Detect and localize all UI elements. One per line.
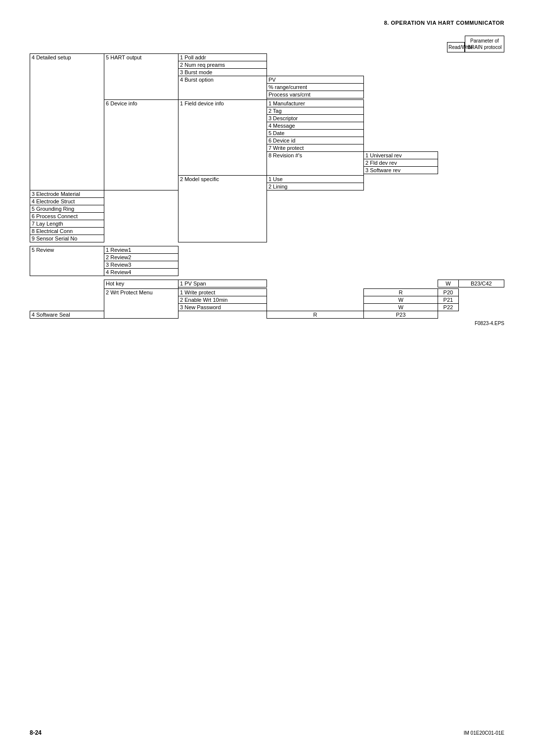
doc-number: IM 01E20C01-01E — [464, 730, 504, 736]
table-row: 7 Lay Length — [30, 220, 504, 227]
level4-process-vars: Process vars/crnt — [267, 91, 363, 98]
level4-enable-wrt: 2 Enable Wrt 10min — [178, 296, 267, 303]
level4-write-protect: 7 Write protect — [267, 144, 363, 152]
level3-wrt-protect-menu: 2 Wrt Protect Menu — [104, 288, 178, 318]
level4-message: 4 Message — [267, 122, 363, 130]
level4-electrode-struct: 4 Electrode Struct — [30, 197, 104, 205]
level4-revision-numbers: 8 Revision #'s — [267, 152, 363, 176]
level4-grounding-ring: 5 Grounding Ring — [30, 205, 104, 212]
param-header: Parameter of BRAIN protocol — [465, 36, 504, 52]
wrt-rw-0: R — [364, 288, 438, 296]
level4-date: 5 Date — [267, 130, 363, 137]
wrt-rw-1: W — [364, 296, 438, 303]
level3-pv-span: 1 PV Span — [178, 280, 267, 287]
table-row-hotkey: Hot key 1 PV Span W B23/C42 — [30, 280, 504, 287]
wrt-param-3: P23 — [364, 311, 438, 318]
level4-new-password: 3 New Password — [178, 303, 267, 311]
page-header: 8. OPERATION VIA HART COMMUNICATOR — [30, 20, 504, 26]
level4-sensor-serial-no: 9 Sensor Serial No — [30, 235, 104, 242]
level4-electrode-material: 3 Electrode Material — [30, 190, 104, 197]
page-number: 8-24 — [30, 729, 42, 736]
level4-electrical-conn: 8 Electrical Conn — [30, 227, 104, 235]
rw-header: Read/Write — [447, 42, 465, 52]
level4-write-protect-item: 1 Write protect — [178, 288, 267, 296]
page: 8. OPERATION VIA HART COMMUNICATOR Read/… — [0, 0, 534, 756]
level4-percent-range: % range/current — [267, 84, 363, 91]
level3-poll-addr: 1 Poll addr — [178, 54, 267, 61]
wrt-rw-2: W — [364, 303, 438, 311]
pv-span-rw: W — [438, 280, 459, 287]
table-row: 5 Grounding Ring — [30, 205, 504, 212]
table-row: 9 Sensor Serial No — [30, 235, 504, 242]
level2-review1: 1 Review1 — [104, 246, 178, 253]
level4-device-id: 6 Device id — [267, 137, 363, 144]
wrt-param-1: P21 — [438, 296, 459, 303]
level2-hotkey: Hot key — [104, 280, 178, 288]
level4-lay-length: 7 Lay Length — [30, 220, 104, 227]
wrt-rw-3: R — [267, 311, 363, 318]
table-row: 4 Detailed setup 5 HART output 1 Poll ad… — [30, 54, 504, 61]
level4-tag: 2 Tag — [267, 107, 363, 115]
spacer-row — [30, 242, 504, 246]
main-structure-table: 4 Detailed setup 5 HART output 1 Poll ad… — [30, 53, 504, 319]
level4-descriptor: 3 Descriptor — [267, 115, 363, 122]
wrt-param-0: P20 — [438, 288, 459, 296]
level1-detailed-setup: 4 Detailed setup — [30, 54, 104, 190]
wrt-param-2: P22 — [438, 303, 459, 311]
level2-review4: 4 Review4 — [104, 268, 178, 276]
level2-review3: 3 Review3 — [104, 261, 178, 268]
table-row: 3 Electrode Material — [30, 190, 504, 197]
level4-process-connect: 6 Process Connect — [30, 212, 104, 220]
level4-lining: 2 Lining — [267, 183, 363, 190]
level3-field-device-info: 1 Field device info — [178, 100, 267, 176]
level3-model-specific: 2 Model specific — [178, 175, 267, 242]
level2-hart-output: 5 HART output — [104, 54, 178, 100]
figure-label: F0823-4.EPS — [30, 321, 504, 326]
level4-software-seal: 4 Software Seal — [30, 311, 104, 318]
level2-device-info: 6 Device info — [104, 100, 178, 190]
level3-burst-option: 4 Burst option — [178, 76, 267, 100]
pv-span-param: B23/C42 — [458, 280, 504, 287]
table-row: 4 Software Seal R P23 — [30, 311, 504, 318]
level4-use: 1 Use — [267, 175, 363, 183]
level3-burst-mode: 3 Burst mode — [178, 69, 267, 76]
column-headers: Read/Write Parameter of BRAIN protocol — [30, 36, 504, 52]
level2-review2: 2 Review2 — [104, 253, 178, 261]
level5-fld-dev-rev: 2 Fld dev rev — [364, 159, 438, 167]
level5-universal-rev: 1 Universal rev — [364, 152, 438, 159]
table-row: 8 Electrical Conn — [30, 227, 504, 235]
level3-num-req-preams: 2 Num req preams — [178, 61, 267, 69]
level4-pv: PV — [267, 76, 363, 84]
page-footer: 8-24 IM 01E20C01-01E — [30, 729, 504, 736]
table-row: 6 Process Connect — [30, 212, 504, 220]
table-row-review: 5 Review 1 Review1 — [30, 246, 504, 253]
level5-software-rev: 3 Software rev — [364, 167, 438, 174]
level4-manufacturer: 1 Manufacturer — [267, 100, 363, 107]
header-title: 8. OPERATION VIA HART COMMUNICATOR — [384, 20, 504, 26]
spacer-row2 — [30, 276, 504, 280]
table-row: 4 Electrode Struct — [30, 197, 504, 205]
level1-review: 5 Review — [30, 246, 104, 276]
